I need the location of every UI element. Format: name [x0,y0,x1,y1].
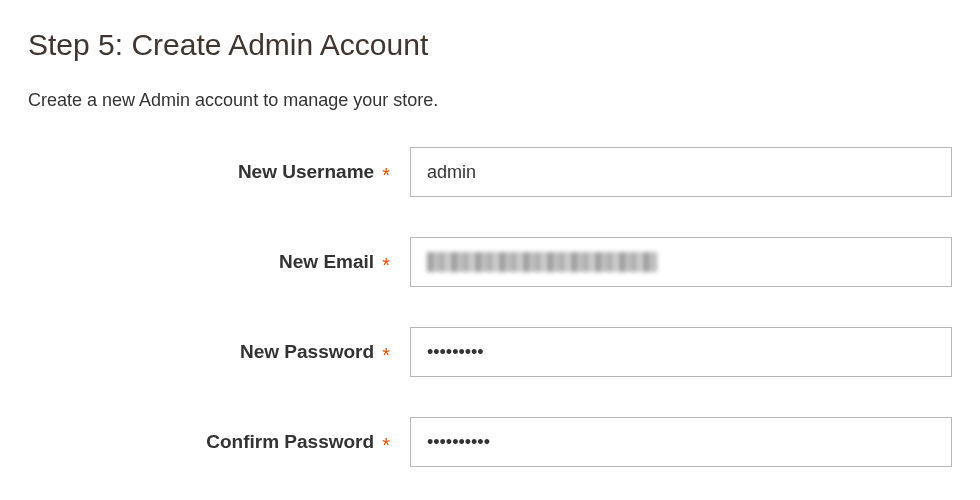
label-wrap-email: New Email * [28,251,398,274]
email-input[interactable] [410,237,952,287]
form-row-email: New Email * [28,237,952,287]
label-wrap-password: New Password * [28,341,398,364]
required-mark-icon: * [382,344,390,367]
label-username: New Username [238,161,374,183]
required-mark-icon: * [382,254,390,277]
page-title: Step 5: Create Admin Account [28,28,952,62]
label-password: New Password [240,341,374,363]
form-row-password: New Password * [28,327,952,377]
page-description: Create a new Admin account to manage you… [28,90,952,111]
form-row-username: New Username * [28,147,952,197]
form-row-confirm-password: Confirm Password * [28,417,952,467]
password-input[interactable] [410,327,952,377]
required-mark-icon: * [382,164,390,187]
required-mark-icon: * [382,434,390,457]
username-input[interactable] [410,147,952,197]
label-email: New Email [279,251,374,273]
label-wrap-username: New Username * [28,161,398,184]
label-wrap-confirm-password: Confirm Password * [28,431,398,454]
redacted-content [427,252,657,272]
confirm-password-input[interactable] [410,417,952,467]
label-confirm-password: Confirm Password [206,431,374,453]
